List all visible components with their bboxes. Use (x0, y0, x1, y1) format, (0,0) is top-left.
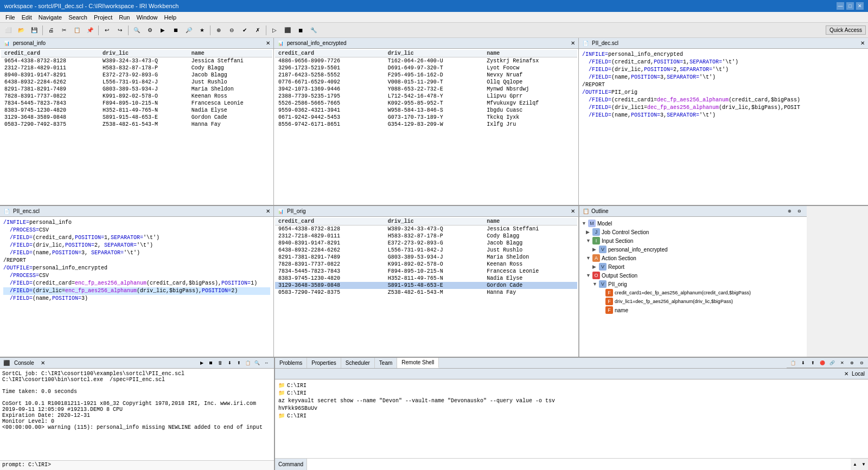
table-row[interactable]: 2312-7218-4829-0111H583-832-87-178-PCody… (275, 233, 577, 240)
pii-enc-content[interactable]: /INFILE=personal_info /PROCESS=CSV /FIEL… (0, 217, 273, 357)
tb-btn-13[interactable]: ⊕ (213, 24, 225, 36)
tb-btn-8[interactable]: ⚙ (144, 24, 156, 36)
tb-btn-10[interactable]: ⏹ (170, 24, 182, 36)
table-row[interactable]: 8556-9742-6171-8651G354-129-83-209-WIxlf… (275, 121, 577, 128)
tree-item-model[interactable]: ▼ M Model (582, 219, 805, 228)
print-button[interactable]: 🖨 (45, 24, 57, 36)
console-btn-5[interactable]: ⬆ (234, 359, 243, 368)
tab-properties[interactable]: Properties (307, 358, 341, 368)
tree-item-field1[interactable]: F credit_card1=dec_fp_aes256_alphanum(cr… (582, 288, 805, 297)
tab-team[interactable]: Team (375, 358, 397, 368)
table-row[interactable]: 9559-0362-4321-3941W958-584-13-846-SIbgd… (275, 107, 577, 114)
personal-info-close[interactable]: ✕ (266, 40, 270, 46)
table-row[interactable]: 8940-8391-9147-8291E372-273-92-893-GJaco… (275, 240, 577, 247)
table-row[interactable]: 7828-8391-7737-0822K991-892-02-578-OKeen… (275, 261, 577, 268)
table-row[interactable]: 3296-1723-5219-5501D691-649-97-320-TLyot… (275, 65, 577, 72)
tb-btn-6[interactable]: ↪ (114, 24, 126, 36)
table-row[interactable]: 2187-6423-5258-5552F295-495-16-162-DNevx… (275, 72, 577, 79)
tb-btn-17[interactable]: ▷ (269, 24, 280, 36)
tb-btn-4[interactable]: 📌 (84, 24, 96, 36)
local-close[interactable]: ✕ (844, 371, 848, 377)
table-row[interactable]: 0583-7290-7492-8375Z538-482-61-543-MHann… (1, 121, 272, 128)
table-row[interactable]: 2388-7739-5235-1795L712-542-16-478-YLlip… (275, 93, 577, 100)
table-row[interactable]: 8291-7381-8291-7489G803-389-53-934-JMari… (1, 86, 272, 93)
tb-btn-5[interactable]: ↩ (101, 24, 113, 36)
table-row[interactable]: 8383-9745-1230-4820H352-811-49-765-NNadi… (1, 107, 272, 114)
tb-btn-9[interactable]: ▶ (157, 24, 169, 36)
console-btn-4[interactable]: ⬇ (225, 359, 234, 368)
table-row[interactable]: 8383-9745-1230-4820H352-811-49-765-NNadi… (275, 275, 577, 282)
table-row[interactable]: 5526-2586-5665-7665K092-955-85-952-TMfvu… (275, 100, 577, 107)
outline-btn-2[interactable]: ⊖ (795, 207, 803, 216)
tree-item-field2[interactable]: F driv_lic1=dec_fp_aes256_alphanum(driv_… (582, 297, 805, 306)
table-row[interactable]: 2312-7218-4829-0111H583-832-87-178-PCody… (1, 65, 272, 72)
local-btn-7[interactable]: ⊕ (847, 358, 856, 367)
command-down-btn[interactable]: ▼ (859, 460, 868, 469)
console-close[interactable]: ✕ (41, 360, 45, 366)
tb-btn-15[interactable]: ✔ (239, 24, 251, 36)
tree-item-report[interactable]: ▶ V Report (582, 262, 805, 271)
tb-btn-14[interactable]: ⊖ (226, 24, 238, 36)
menu-edit[interactable]: Edit (18, 14, 35, 21)
new-button[interactable]: ⬜ (2, 24, 14, 36)
table-row[interactable]: 3129-3648-3589-0848S891-915-48-653-EGord… (275, 282, 577, 289)
table-row[interactable]: 7834-5445-7823-7843F894-895-10-215-NFran… (275, 268, 577, 275)
pii-orig-content[interactable]: credit_card driv_lic name 9654-4338-8732… (274, 217, 578, 357)
tree-toggle-input[interactable]: ▼ (586, 238, 592, 243)
tree-toggle-model[interactable]: ▼ (582, 221, 588, 226)
tb-btn-3[interactable]: 📋 (71, 24, 83, 36)
table-row[interactable]: 4886-9656-8909-7726T162-064-26-400-UZyst… (275, 57, 577, 65)
menu-navigate[interactable]: Navigate (35, 14, 65, 21)
tab-problems[interactable]: Problems (275, 358, 307, 368)
local-btn-3[interactable]: ⬆ (808, 358, 817, 367)
local-folder-2[interactable]: C:\IRI (277, 389, 866, 397)
menu-file[interactable]: File (2, 14, 18, 21)
table-row[interactable]: 0671-9242-9442-5453G073-170-73-189-YTkck… (275, 114, 577, 121)
tree-item-action[interactable]: ▼ A Action Section (582, 254, 805, 262)
table-row[interactable]: 0776-6671-6529-4092V008-015-11-290-TOllq… (275, 79, 577, 86)
table-row[interactable]: 3129-3648-3589-0848S891-915-48-653-EGord… (1, 114, 272, 121)
quick-access-button[interactable]: Quick Access (826, 25, 866, 35)
tab-remote-shell[interactable]: Remote Shell (397, 358, 439, 368)
close-button[interactable]: ✕ (856, 2, 864, 10)
table-row[interactable]: 7834-5445-7823-7843F894-895-10-215-NFran… (1, 100, 272, 107)
pii-dec-close[interactable]: ✕ (860, 40, 865, 46)
console-btn-6[interactable]: 📋 (244, 359, 252, 368)
table-row[interactable]: 8291-7381-8291-7489G803-389-53-934-JMari… (275, 254, 577, 261)
local-folder-1[interactable]: C:\IRI (277, 382, 866, 389)
local-folder-3[interactable]: C:\IRI (278, 413, 865, 419)
tb-btn-11[interactable]: 🔎 (183, 24, 195, 36)
table-row[interactable]: 0583-7290-7492-8375Z538-482-61-543-MHann… (275, 289, 577, 296)
pii-dec-content[interactable]: /INFILE=personal_info_encrypted /FIELD=(… (579, 49, 868, 205)
console-btn-8[interactable]: ↔ (262, 359, 271, 368)
command-up-btn[interactable]: ▲ (851, 460, 859, 469)
menu-window[interactable]: Window (133, 14, 161, 21)
encrypted-close[interactable]: ✕ (571, 40, 575, 46)
tree-item-field3[interactable]: F name (582, 306, 805, 314)
tb-btn-16[interactable]: ✗ (252, 24, 264, 36)
command-input[interactable] (307, 459, 851, 470)
tree-toggle-enc[interactable]: ▶ (592, 247, 599, 252)
console-btn-2[interactable]: ⏹ (207, 359, 215, 368)
tb-btn-2[interactable]: ✂ (58, 24, 70, 36)
table-row[interactable]: 3942-1073-1369-9446Y088-653-22-732-EMynw… (275, 86, 577, 93)
outline-btn-1[interactable]: ⊕ (785, 207, 794, 216)
local-btn-2[interactable]: ⬇ (799, 358, 807, 367)
table-row[interactable]: 9654-4338-8732-8128W389-324-33-473-QJess… (275, 226, 577, 233)
console-btn-1[interactable]: ▶ (197, 359, 206, 368)
menu-search[interactable]: Search (65, 14, 91, 21)
table-row[interactable]: 9654-4338-8732-8128W389-324-33-473-QJess… (1, 57, 272, 65)
tree-item-pii-orig[interactable]: ▼ V PII_orig (582, 280, 805, 288)
local-btn-5[interactable]: 🔗 (828, 358, 837, 367)
local-btn-8[interactable]: ⊖ (857, 358, 866, 367)
tree-item-enc-file[interactable]: ▶ V personal_info_encrypted (582, 245, 805, 254)
tree-item-output[interactable]: ▼ O Output Section (582, 271, 805, 280)
tree-toggle-output[interactable]: ▼ (586, 273, 592, 278)
tb-btn-18[interactable]: ⬛ (282, 24, 293, 36)
menu-project[interactable]: Project (91, 14, 116, 21)
menu-run[interactable]: Run (116, 14, 133, 21)
menu-help[interactable]: Help (161, 14, 180, 21)
save-button[interactable]: 💾 (28, 24, 40, 36)
table-row[interactable]: 6438-8932-2284-6262L556-731-91-842-JJust… (1, 79, 272, 86)
table-row[interactable]: 8940-8391-9147-8291E372-273-92-893-GJaco… (1, 72, 272, 79)
